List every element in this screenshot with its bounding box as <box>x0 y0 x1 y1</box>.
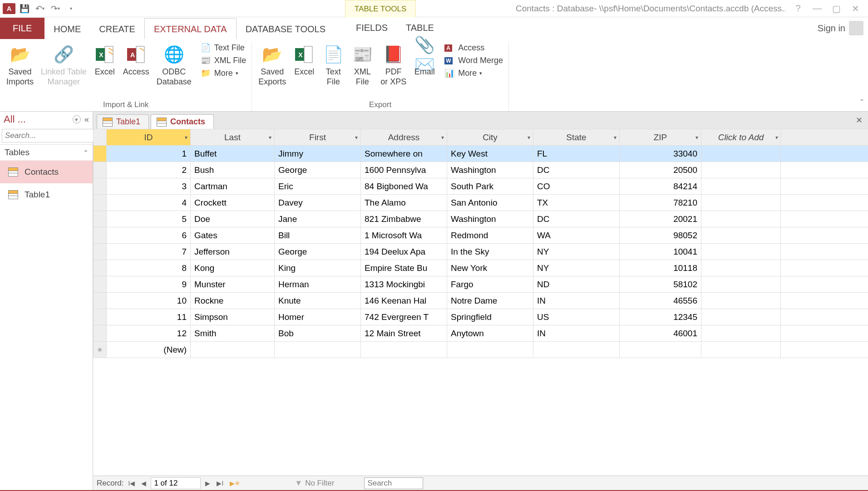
cell-id[interactable]: 3 <box>107 178 191 195</box>
cell-first[interactable]: George <box>275 162 361 178</box>
cell-state[interactable]: DC <box>533 211 620 227</box>
cell-address[interactable]: 821 Zimbabwe <box>361 211 447 227</box>
cell-city[interactable]: South Park <box>447 178 533 195</box>
cell-first[interactable]: Davey <box>275 195 361 211</box>
new-record-icon[interactable]: ▶✳ <box>228 480 242 487</box>
chevron-down-icon[interactable]: ▾ <box>185 134 187 141</box>
cell-empty[interactable] <box>701 293 781 309</box>
cell-empty[interactable] <box>701 325 781 342</box>
cell-address[interactable]: 742 Evergreen T <box>361 309 447 325</box>
doc-tab-table1[interactable]: Table1 <box>97 114 149 129</box>
cell-zip[interactable]: 78210 <box>620 195 701 211</box>
cell-empty[interactable] <box>701 146 781 162</box>
cell-address[interactable]: 146 Keenan Hal <box>361 293 447 309</box>
cell-first[interactable]: Jane <box>275 211 361 227</box>
cell-id[interactable]: 2 <box>107 162 191 178</box>
cell-city[interactable]: Key West <box>447 146 533 162</box>
last-record-icon[interactable]: ▶I <box>215 480 225 487</box>
export-pdf-xps-button[interactable]: 📕 PDF or XPS <box>378 42 409 88</box>
row-selector[interactable] <box>94 260 107 276</box>
maximize-icon[interactable]: ▢ <box>830 3 843 14</box>
cell-empty[interactable] <box>701 178 781 195</box>
cell-empty[interactable] <box>701 195 781 211</box>
export-excel-button[interactable]: X Excel <box>291 42 318 79</box>
redo-icon[interactable]: ↷▾ <box>49 2 62 15</box>
first-record-icon[interactable]: I◀ <box>127 480 137 487</box>
cell-zip[interactable]: 20021 <box>620 211 701 227</box>
cell-city[interactable]: Redmond <box>447 227 533 244</box>
cell-new[interactable]: (New) <box>107 342 191 358</box>
section-collapse-icon[interactable]: ⌃ <box>84 149 88 156</box>
col-header-city[interactable]: City▾ <box>447 129 533 146</box>
export-xml-file-button[interactable]: 📰 XML File <box>349 42 376 88</box>
chevron-down-icon[interactable]: ▾ <box>269 134 271 141</box>
saved-exports-button[interactable]: 📂 Saved Exports <box>256 42 289 88</box>
cell-first[interactable]: Knute <box>275 293 361 309</box>
cell-state[interactable]: IN <box>533 325 620 342</box>
nav-section-tables[interactable]: Tables ⌃ <box>0 145 93 161</box>
cell-last[interactable]: Jefferson <box>191 244 275 260</box>
export-more-button[interactable]: 📊More ▾ <box>443 67 505 79</box>
cell-state[interactable]: WA <box>533 227 620 244</box>
import-excel-button[interactable]: X Excel <box>91 42 118 79</box>
cell-id[interactable]: 7 <box>107 244 191 260</box>
tab-external-data[interactable]: EXTERNAL DATA <box>144 18 237 39</box>
cell-state[interactable]: FL <box>533 146 620 162</box>
cell-last[interactable]: Buffet <box>191 146 275 162</box>
datasheet-grid[interactable]: ID▾ Last▾ First▾ Address▾ City▾ State▾ Z… <box>93 129 868 476</box>
export-email-button[interactable]: 📎✉️ Email <box>411 42 438 79</box>
table-row[interactable]: 12SmithBob12 Main StreetAnytownIN46001 <box>94 325 868 342</box>
cell-id[interactable]: 4 <box>107 195 191 211</box>
tab-database-tools[interactable]: DATABASE TOOLS <box>237 19 335 39</box>
tab-file[interactable]: FILE <box>0 18 44 39</box>
tab-create[interactable]: CREATE <box>90 19 144 39</box>
cell-last[interactable]: Doe <box>191 211 275 227</box>
cell-zip[interactable]: 33040 <box>620 146 701 162</box>
cell-last[interactable]: Gates <box>191 227 275 244</box>
col-header-last[interactable]: Last▾ <box>191 129 275 146</box>
import-access-button[interactable]: A Access <box>120 42 152 79</box>
customize-qat-icon[interactable]: ▾ <box>64 2 77 15</box>
chevron-down-icon[interactable]: ▾ <box>614 134 616 141</box>
cell-city[interactable]: Washington <box>447 211 533 227</box>
close-icon[interactable]: ✕ <box>849 3 862 14</box>
table-row[interactable]: 5DoeJane821 Zimbabwe WashingtonDC20021 <box>94 211 868 227</box>
sign-in-label[interactable]: Sign in <box>818 23 845 34</box>
undo-icon[interactable]: ↶▾ <box>34 2 46 15</box>
cell-last[interactable]: Crockett <box>191 195 275 211</box>
import-xml-file-button[interactable]: 📰XML File <box>199 54 248 66</box>
export-access-button[interactable]: AAccess <box>443 42 505 54</box>
cell-id[interactable]: 1 <box>107 146 191 162</box>
cell-zip[interactable]: 98052 <box>620 227 701 244</box>
chevron-down-icon[interactable]: ▾ <box>695 134 698 141</box>
chevron-down-icon[interactable]: ▾ <box>441 134 444 141</box>
new-row-selector[interactable]: ✳ <box>94 342 107 358</box>
col-header-click-to-add[interactable]: Click to Add▾ <box>701 129 781 146</box>
cell-city[interactable]: Springfield <box>447 309 533 325</box>
table-row[interactable]: 9MunsterHerman1313 MockingbiFargoND58102 <box>94 276 868 293</box>
cell-empty[interactable] <box>701 309 781 325</box>
import-more-button[interactable]: 📁More ▾ <box>199 67 248 79</box>
minimize-icon[interactable]: — <box>811 3 824 14</box>
cell-empty[interactable] <box>701 211 781 227</box>
linked-table-manager-button[interactable]: 🔗 Linked Table Manager <box>38 42 89 88</box>
cell-last[interactable]: Bush <box>191 162 275 178</box>
cell-first[interactable]: Eric <box>275 178 361 195</box>
cell-zip[interactable]: 46001 <box>620 325 701 342</box>
cell-first[interactable]: Bob <box>275 325 361 342</box>
cell-empty[interactable] <box>701 162 781 178</box>
col-header-state[interactable]: State▾ <box>533 129 620 146</box>
prev-record-icon[interactable]: ◀ <box>139 480 148 487</box>
cell-last[interactable]: Simpson <box>191 309 275 325</box>
cell-address[interactable]: 12 Main Street <box>361 325 447 342</box>
cell-address[interactable]: 1313 Mockingbi <box>361 276 447 293</box>
cell-city[interactable]: Washington <box>447 162 533 178</box>
cell-state[interactable]: ND <box>533 276 620 293</box>
cell-address[interactable]: 1 Microsoft Wa <box>361 227 447 244</box>
row-selector[interactable] <box>94 293 107 309</box>
cell-id[interactable]: 10 <box>107 293 191 309</box>
cell-address[interactable]: 84 Bigboned Wa <box>361 178 447 195</box>
table-row[interactable]: 7JeffersonGeorge194 Deelux ApaIn the Sky… <box>94 244 868 260</box>
odbc-database-button[interactable]: 🌐 ODBC Database <box>154 42 194 88</box>
row-selector[interactable] <box>94 325 107 342</box>
